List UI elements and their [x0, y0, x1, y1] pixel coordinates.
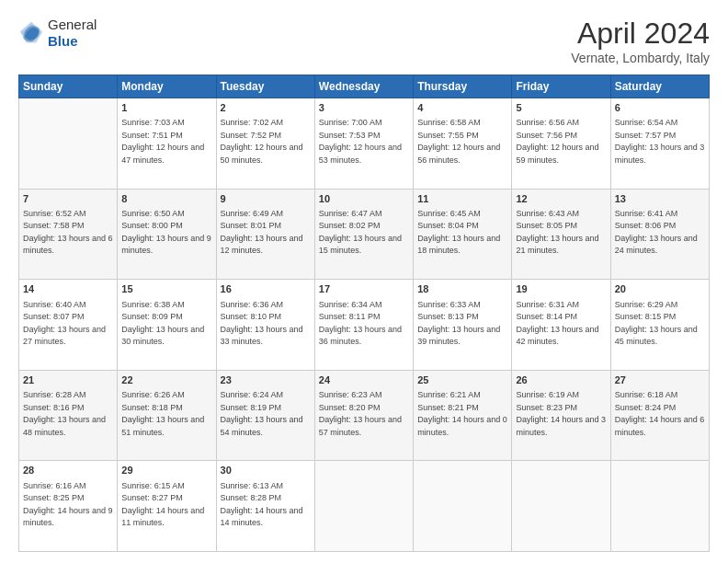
- day-number: 14: [23, 282, 113, 296]
- day-info: Sunrise: 6:58 AMSunset: 7:55 PMDaylight:…: [417, 117, 507, 167]
- calendar-cell: 14Sunrise: 6:40 AMSunset: 8:07 PMDayligh…: [19, 280, 118, 371]
- calendar-cell: 20Sunrise: 6:29 AMSunset: 8:15 PMDayligh…: [610, 280, 709, 371]
- calendar-cell: 16Sunrise: 6:36 AMSunset: 8:10 PMDayligh…: [216, 280, 314, 371]
- calendar-cell: 17Sunrise: 6:34 AMSunset: 8:11 PMDayligh…: [314, 280, 413, 371]
- day-number: 21: [23, 373, 113, 387]
- day-number: 20: [615, 282, 705, 296]
- day-info: Sunrise: 6:24 AMSunset: 8:19 PMDaylight:…: [221, 389, 311, 439]
- day-info: Sunrise: 6:19 AMSunset: 8:23 PMDaylight:…: [516, 389, 606, 439]
- day-number: 5: [516, 101, 606, 115]
- day-number: 16: [221, 282, 311, 296]
- calendar-cell: 22Sunrise: 6:26 AMSunset: 8:18 PMDayligh…: [118, 370, 216, 461]
- day-info: Sunrise: 6:15 AMSunset: 8:27 PMDaylight:…: [121, 480, 211, 530]
- calendar-cell: 1Sunrise: 7:03 AMSunset: 7:51 PMDaylight…: [118, 98, 216, 190]
- calendar-cell: [512, 461, 610, 552]
- calendar-cell: 23Sunrise: 6:24 AMSunset: 8:19 PMDayligh…: [216, 370, 314, 461]
- title-section: April 2024 Vernate, Lombardy, Italy: [571, 17, 710, 65]
- day-info: Sunrise: 6:38 AMSunset: 8:09 PMDaylight:…: [121, 299, 211, 349]
- day-info: Sunrise: 6:33 AMSunset: 8:13 PMDaylight:…: [417, 299, 507, 349]
- day-info: Sunrise: 6:13 AMSunset: 8:28 PMDaylight:…: [221, 480, 311, 530]
- calendar-cell: [19, 98, 118, 190]
- day-info: Sunrise: 6:29 AMSunset: 8:15 PMDaylight:…: [615, 299, 705, 349]
- day-number: 11: [417, 192, 507, 206]
- weekday-header-monday: Monday: [118, 75, 216, 98]
- day-number: 8: [121, 192, 211, 206]
- day-number: 30: [221, 464, 311, 477]
- day-number: 17: [319, 282, 409, 296]
- logo-icon: [18, 20, 44, 46]
- weekday-header-tuesday: Tuesday: [216, 75, 314, 98]
- calendar-cell: 18Sunrise: 6:33 AMSunset: 8:13 PMDayligh…: [414, 280, 512, 371]
- weekday-header-friday: Friday: [512, 75, 610, 98]
- weekday-header-thursday: Thursday: [414, 75, 512, 98]
- day-number: 4: [417, 101, 507, 115]
- calendar-cell: 28Sunrise: 6:16 AMSunset: 8:25 PMDayligh…: [19, 461, 118, 552]
- day-info: Sunrise: 6:41 AMSunset: 8:06 PMDaylight:…: [615, 208, 705, 258]
- day-info: Sunrise: 6:28 AMSunset: 8:16 PMDaylight:…: [23, 389, 113, 439]
- calendar-cell: 29Sunrise: 6:15 AMSunset: 8:27 PMDayligh…: [118, 461, 216, 552]
- weekday-header-row: SundayMondayTuesdayWednesdayThursdayFrid…: [19, 75, 710, 98]
- header: General Blue April 2024 Vernate, Lombard…: [18, 17, 710, 65]
- day-info: Sunrise: 6:47 AMSunset: 8:02 PMDaylight:…: [319, 208, 409, 258]
- day-info: Sunrise: 6:40 AMSunset: 8:07 PMDaylight:…: [23, 299, 113, 349]
- day-info: Sunrise: 6:26 AMSunset: 8:18 PMDaylight:…: [121, 389, 211, 439]
- day-number: 1: [121, 101, 211, 115]
- day-number: 3: [319, 101, 409, 115]
- day-info: Sunrise: 7:00 AMSunset: 7:53 PMDaylight:…: [319, 117, 409, 167]
- calendar-week-row: 28Sunrise: 6:16 AMSunset: 8:25 PMDayligh…: [19, 461, 710, 552]
- day-info: Sunrise: 6:23 AMSunset: 8:20 PMDaylight:…: [319, 389, 409, 439]
- weekday-header-saturday: Saturday: [610, 75, 709, 98]
- day-info: Sunrise: 6:34 AMSunset: 8:11 PMDaylight:…: [319, 299, 409, 349]
- calendar-cell: 5Sunrise: 6:56 AMSunset: 7:56 PMDaylight…: [512, 98, 610, 190]
- day-info: Sunrise: 6:54 AMSunset: 7:57 PMDaylight:…: [615, 117, 705, 167]
- day-info: Sunrise: 6:16 AMSunset: 8:25 PMDaylight:…: [23, 480, 113, 530]
- day-number: 7: [23, 192, 113, 206]
- day-number: 12: [516, 192, 606, 206]
- calendar-cell: [314, 461, 413, 552]
- calendar-week-row: 14Sunrise: 6:40 AMSunset: 8:07 PMDayligh…: [19, 280, 710, 371]
- calendar-cell: [610, 461, 709, 552]
- calendar-cell: 9Sunrise: 6:49 AMSunset: 8:01 PMDaylight…: [216, 189, 314, 280]
- day-number: 9: [221, 192, 311, 206]
- calendar-cell: 13Sunrise: 6:41 AMSunset: 8:06 PMDayligh…: [610, 189, 709, 280]
- calendar-cell: 27Sunrise: 6:18 AMSunset: 8:24 PMDayligh…: [610, 370, 709, 461]
- day-info: Sunrise: 6:50 AMSunset: 8:00 PMDaylight:…: [121, 208, 211, 258]
- day-info: Sunrise: 7:03 AMSunset: 7:51 PMDaylight:…: [121, 117, 211, 167]
- day-info: Sunrise: 6:18 AMSunset: 8:24 PMDaylight:…: [615, 389, 705, 439]
- day-number: 19: [516, 282, 606, 296]
- day-number: 29: [121, 464, 211, 477]
- day-number: 27: [615, 373, 705, 387]
- location: Vernate, Lombardy, Italy: [571, 51, 710, 65]
- day-number: 10: [319, 192, 409, 206]
- day-number: 6: [615, 101, 705, 115]
- calendar-table: SundayMondayTuesdayWednesdayThursdayFrid…: [18, 75, 710, 552]
- day-info: Sunrise: 6:45 AMSunset: 8:04 PMDaylight:…: [417, 208, 507, 258]
- day-number: 13: [615, 192, 705, 206]
- day-info: Sunrise: 6:56 AMSunset: 7:56 PMDaylight:…: [516, 117, 606, 167]
- weekday-header-sunday: Sunday: [19, 75, 118, 98]
- calendar-cell: 26Sunrise: 6:19 AMSunset: 8:23 PMDayligh…: [512, 370, 610, 461]
- day-info: Sunrise: 7:02 AMSunset: 7:52 PMDaylight:…: [221, 117, 311, 167]
- month-title: April 2024: [571, 17, 710, 51]
- calendar-cell: 3Sunrise: 7:00 AMSunset: 7:53 PMDaylight…: [314, 98, 413, 190]
- page: General Blue April 2024 Vernate, Lombard…: [0, 0, 728, 563]
- day-number: 25: [417, 373, 507, 387]
- calendar-cell: 10Sunrise: 6:47 AMSunset: 8:02 PMDayligh…: [314, 189, 413, 280]
- day-number: 28: [23, 464, 113, 477]
- calendar-cell: 11Sunrise: 6:45 AMSunset: 8:04 PMDayligh…: [414, 189, 512, 280]
- day-number: 2: [221, 101, 311, 115]
- weekday-header-wednesday: Wednesday: [314, 75, 413, 98]
- day-info: Sunrise: 6:43 AMSunset: 8:05 PMDaylight:…: [516, 208, 606, 258]
- calendar-cell: 15Sunrise: 6:38 AMSunset: 8:09 PMDayligh…: [118, 280, 216, 371]
- calendar-cell: 12Sunrise: 6:43 AMSunset: 8:05 PMDayligh…: [512, 189, 610, 280]
- calendar-cell: [414, 461, 512, 552]
- calendar-cell: 8Sunrise: 6:50 AMSunset: 8:00 PMDaylight…: [118, 189, 216, 280]
- day-number: 22: [121, 373, 211, 387]
- calendar-cell: 2Sunrise: 7:02 AMSunset: 7:52 PMDaylight…: [216, 98, 314, 190]
- day-number: 26: [516, 373, 606, 387]
- calendar-cell: 25Sunrise: 6:21 AMSunset: 8:21 PMDayligh…: [414, 370, 512, 461]
- day-info: Sunrise: 6:21 AMSunset: 8:21 PMDaylight:…: [417, 389, 507, 439]
- calendar-week-row: 7Sunrise: 6:52 AMSunset: 7:58 PMDaylight…: [19, 189, 710, 280]
- calendar-cell: 6Sunrise: 6:54 AMSunset: 7:57 PMDaylight…: [610, 98, 709, 190]
- calendar-cell: 24Sunrise: 6:23 AMSunset: 8:20 PMDayligh…: [314, 370, 413, 461]
